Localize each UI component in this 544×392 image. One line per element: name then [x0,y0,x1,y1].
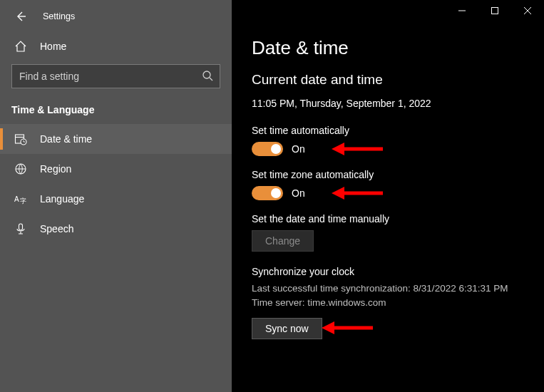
close-icon [524,7,531,14]
globe-icon [14,163,27,175]
sidebar-home[interactable]: Home [0,33,232,60]
page-title: Date & time [252,37,524,59]
back-button[interactable] [14,10,27,23]
content-pane: Date & time Current date and time 11:05 … [232,0,544,392]
home-icon [14,40,27,53]
microphone-icon [14,222,27,235]
sidebar-item-speech[interactable]: Speech [0,214,232,244]
minimize-icon [458,7,466,14]
maximize-icon [491,7,498,14]
sidebar-home-label: Home [40,41,66,52]
set-time-auto-label: Set time automatically [252,125,524,136]
change-button: Change [252,230,314,252]
minimize-button[interactable] [446,0,478,21]
set-tz-auto-label: Set time zone automatically [252,169,524,180]
window-title: Settings [43,11,75,21]
set-tz-auto-state: On [292,187,305,199]
sidebar: Settings Home Time & Language Date & tim… [0,0,232,392]
calendar-clock-icon [14,133,27,145]
sync-now-button[interactable]: Sync now [252,318,322,339]
sidebar-item-label: Speech [40,223,73,234]
set-manual-label: Set the date and time manually [252,213,524,225]
search-input[interactable] [11,64,220,88]
annotation-arrow-icon [332,185,383,202]
svg-rect-6 [19,224,23,230]
close-button[interactable] [511,0,544,21]
sync-last-text: Last successful time synchronization: 8/… [252,282,524,296]
arrow-left-icon [15,11,26,22]
set-time-auto-state: On [292,143,305,155]
sidebar-item-label: Region [40,163,71,175]
svg-text:A: A [14,195,19,203]
sidebar-item-label: Date & time [40,133,92,145]
search-icon [202,70,215,83]
maximize-button[interactable] [478,0,511,21]
current-datetime-value: 11:05 PM, Thursday, September 1, 2022 [252,98,524,109]
svg-text:字: 字 [20,197,26,205]
annotation-arrow-icon [322,319,373,336]
sidebar-section-label: Time & Language [0,98,232,124]
annotation-arrow-icon [332,140,383,158]
sync-server-text: Time server: time.windows.com [252,296,524,310]
sync-heading: Synchronize your clock [252,266,524,277]
current-datetime-heading: Current date and time [252,72,524,88]
sidebar-item-region[interactable]: Region [0,154,232,184]
svg-point-0 [203,71,210,78]
set-tz-auto-toggle[interactable] [252,186,283,200]
set-time-auto-toggle[interactable] [252,142,283,156]
language-icon: A字 [14,192,27,205]
sidebar-item-date-time[interactable]: Date & time [0,124,232,154]
svg-rect-7 [492,8,498,14]
sidebar-item-label: Language [40,193,84,205]
sidebar-item-language[interactable]: A字 Language [0,184,232,214]
